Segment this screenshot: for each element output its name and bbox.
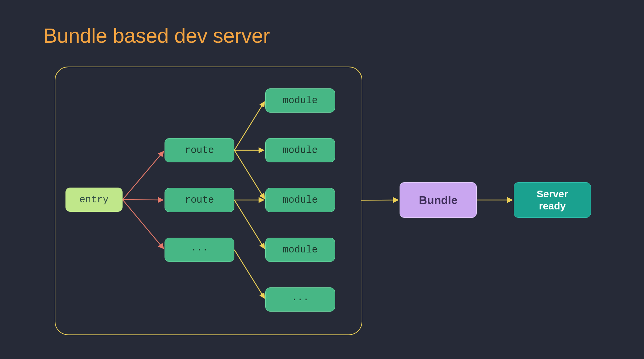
node-bundle: Bundle [400,182,477,218]
arrow [361,200,398,200]
diagram-stage: { "title": "Bundle based dev server", "n… [0,0,644,359]
arrow [234,250,265,298]
arrow [123,200,164,249]
node-route1: route [165,138,234,162]
arrow [123,151,164,200]
node-mod1: module [265,88,335,113]
node-mod2: module [265,138,335,162]
node-mod4: module [265,238,335,262]
arrow [123,200,163,200]
arrow [234,150,265,199]
node-mod3: module [265,188,335,212]
node-route2: route [165,188,234,212]
node-ready: Server ready [514,182,591,218]
arrow [234,102,265,150]
node-modE: ··· [265,287,335,312]
node-routeE: ··· [165,238,234,262]
node-entry: entry [65,188,123,212]
arrow [234,200,265,249]
